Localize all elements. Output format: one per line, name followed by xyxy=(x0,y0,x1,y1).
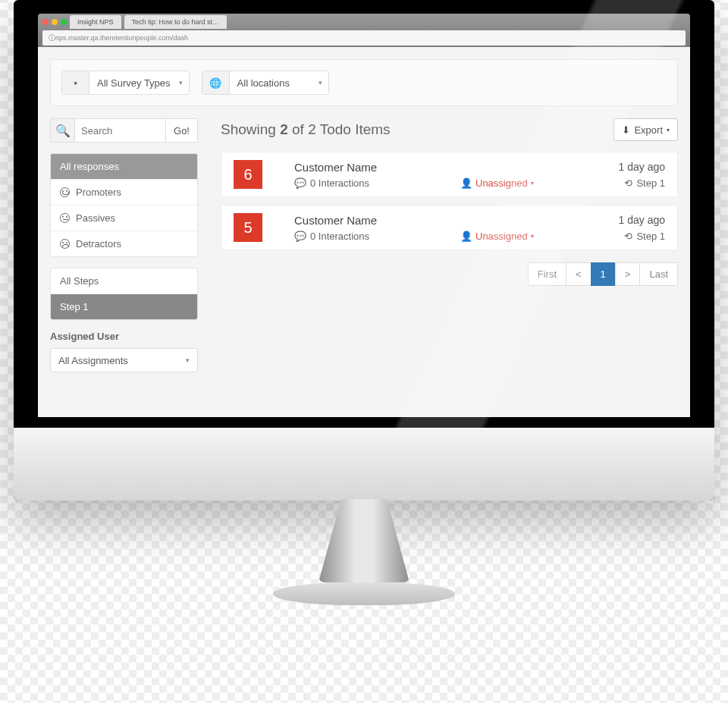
user-icon: 👤 xyxy=(460,231,472,242)
location-select[interactable]: 🌐 All locations xyxy=(202,71,329,95)
monitor-chin xyxy=(14,428,714,501)
page-first[interactable]: First xyxy=(528,262,566,286)
max-dot[interactable] xyxy=(61,19,67,25)
filter-all-steps[interactable]: All Steps xyxy=(51,268,197,293)
todo-item[interactable]: 6 Customer Name 1 day ago 💬0 Interaction… xyxy=(221,152,678,197)
filter-bar: ▪ All Survey Types 🌐 All locations xyxy=(50,59,678,106)
survey-type-select[interactable]: ▪ All Survey Types xyxy=(61,71,190,95)
nps-score-badge: 5 xyxy=(234,213,262,242)
search-icon: 🔍 xyxy=(50,118,74,143)
user-icon: 👤 xyxy=(460,177,472,189)
filter-all-responses[interactable]: All responses xyxy=(51,154,197,179)
smile-icon xyxy=(60,187,70,197)
sad-icon xyxy=(60,239,70,249)
search-go-button[interactable]: Go! xyxy=(166,118,198,143)
refresh-icon: ⟲ xyxy=(624,231,632,242)
step-indicator: ⟲Step 1 xyxy=(574,177,665,189)
results-heading: Showing 2 of 2 Todo Items xyxy=(221,121,391,138)
search-group: 🔍 Go! xyxy=(50,118,198,143)
comment-icon: 💬 xyxy=(294,177,306,189)
comment-icon: 💬 xyxy=(294,231,306,242)
pagination: First < 1 > Last xyxy=(221,262,678,286)
filter-passives[interactable]: Passives xyxy=(51,205,197,231)
response-filter-list: All responses Promoters Passives Detract… xyxy=(50,153,198,257)
filter-step-1[interactable]: Step 1 xyxy=(51,293,197,319)
assignment-select[interactable]: All Assignments xyxy=(50,348,198,372)
min-dot[interactable] xyxy=(52,19,58,25)
interactions-count: 💬0 Interactions xyxy=(294,231,453,242)
browser-chrome: Insight NPS Tech tip: How to do hard st…… xyxy=(38,14,690,47)
customer-name: Customer Name xyxy=(294,214,453,227)
monitor-frame: Insight NPS Tech tip: How to do hard st…… xyxy=(14,0,714,501)
download-icon: ⬇ xyxy=(622,124,630,136)
timestamp: 1 day ago xyxy=(574,214,665,226)
export-button[interactable]: ⬇Export▾ xyxy=(613,118,678,141)
assignee-dropdown[interactable]: 👤Unassigned xyxy=(460,231,566,242)
refresh-icon: ⟲ xyxy=(624,177,632,189)
assigned-user-label: Assigned User xyxy=(50,331,198,342)
assignee-dropdown[interactable]: 👤Unassigned xyxy=(460,177,566,189)
browser-tab[interactable]: Insight NPS xyxy=(70,15,121,29)
page-next[interactable]: > xyxy=(615,262,641,286)
browser-tab[interactable]: Tech tip: How to do hard st… xyxy=(124,15,228,29)
globe-icon: 🌐 xyxy=(202,71,230,94)
sidebar: 🔍 Go! All responses Promoters Passives D… xyxy=(50,118,198,372)
close-dot[interactable] xyxy=(42,19,49,25)
page-last[interactable]: Last xyxy=(639,262,678,286)
filter-promoters[interactable]: Promoters xyxy=(51,179,197,205)
nps-score-badge: 6 xyxy=(234,160,262,189)
address-bar[interactable]: ⓘ nps.master.qa.theretentionpeople.com/d… xyxy=(42,30,686,46)
search-input[interactable] xyxy=(74,118,166,143)
step-indicator: ⟲Step 1 xyxy=(574,231,665,242)
page-prev[interactable]: < xyxy=(566,262,592,286)
filter-detractors[interactable]: Detractors xyxy=(51,231,197,256)
todo-item[interactable]: 5 Customer Name 1 day ago 💬0 Interaction… xyxy=(221,205,678,250)
step-filter-list: All Steps Step 1 xyxy=(50,268,198,320)
timestamp: 1 day ago xyxy=(574,161,665,173)
app-viewport: ▪ All Survey Types 🌐 All locations 🔍 Go!… xyxy=(38,47,690,417)
page-1[interactable]: 1 xyxy=(591,262,616,286)
customer-name: Customer Name xyxy=(294,161,453,174)
neutral-icon xyxy=(60,213,70,223)
monitor-stand xyxy=(273,499,455,605)
chat-icon: ▪ xyxy=(62,71,89,94)
interactions-count: 💬0 Interactions xyxy=(294,177,453,189)
main-content: Showing 2 of 2 Todo Items ⬇Export▾ 6 Cus… xyxy=(221,118,678,372)
